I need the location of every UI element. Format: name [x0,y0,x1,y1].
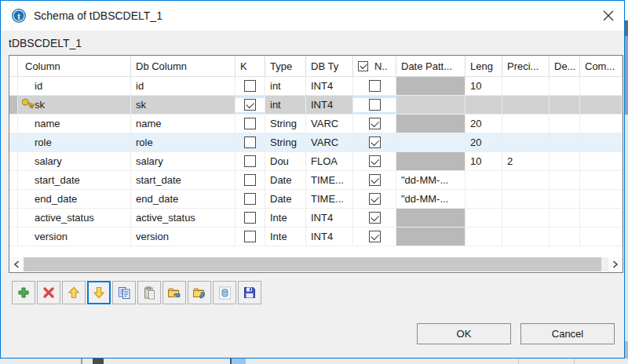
cell-type[interactable]: Inte [265,209,306,227]
move-down-button[interactable] [87,281,111,304]
nullable-checkbox[interactable] [369,174,381,186]
cell-db-type[interactable]: INT4 [306,228,353,246]
key-checkbox[interactable] [244,99,256,111]
cell-db-type[interactable]: VARC [306,115,353,133]
key-checkbox[interactable] [244,155,256,167]
cell-default[interactable] [550,209,580,227]
cell-length[interactable]: 20 [466,133,502,151]
cell-type[interactable]: int [265,96,306,114]
schema-row-active_status[interactable]: active_statusactive_statusInteINT4 [9,209,623,228]
cell-db-type[interactable]: INT4 [306,96,353,114]
cell-default[interactable] [550,228,580,246]
cell-db-column[interactable]: version [131,228,236,246]
paste-button[interactable] [137,281,161,304]
horizontal-scrollbar[interactable] [9,257,623,271]
schema-row-sk[interactable]: skskintINT4 [9,96,623,115]
cell-length[interactable] [466,171,502,189]
cell-db-type[interactable]: INT4 [306,209,353,227]
cell-precision[interactable] [502,77,550,95]
import-button[interactable] [162,281,186,304]
cell-db-column[interactable]: end_date [131,190,236,208]
cell-length[interactable]: 10 [466,152,502,170]
cell-db-column[interactable]: salary [131,152,236,170]
cell-type[interactable]: Date [265,171,306,189]
cell-db-type[interactable]: FLOA [306,152,353,170]
cell-length[interactable] [466,228,502,246]
add-column-button[interactable] [12,281,35,304]
cell-type[interactable]: String [265,115,306,133]
cell-length[interactable] [466,190,502,208]
schema-row-salary[interactable]: salarysalaryDouFLOA102 [9,152,623,171]
cell-type[interactable]: Dou [265,152,306,170]
reset-db-types-button[interactable] [213,281,236,304]
cell-comment[interactable] [580,209,623,227]
cell-precision[interactable]: 2 [502,152,550,170]
scroll-right-icon[interactable] [608,257,623,271]
key-checkbox[interactable] [244,193,256,205]
cell-db-column[interactable]: sk [131,96,236,114]
cell-precision[interactable] [502,228,550,246]
key-checkbox[interactable] [244,212,256,224]
cell-comment[interactable] [580,133,623,151]
nullable-checkbox[interactable] [369,118,381,129]
cell-comment[interactable] [580,190,623,208]
export-button[interactable] [188,281,211,304]
cell-type[interactable]: Date [265,190,306,208]
cell-precision[interactable] [502,171,550,189]
cell-date-pattern[interactable]: "dd-MM-... [396,190,466,208]
cell-precision[interactable] [502,115,550,133]
cell-precision[interactable] [502,133,550,151]
scrollbar-thumb[interactable] [24,257,601,271]
schema-row-name[interactable]: namenameStringVARC20 [9,115,623,133]
copy-button[interactable] [112,281,136,304]
cell-comment[interactable] [580,228,623,246]
nullable-checkbox[interactable] [369,80,381,92]
key-checkbox[interactable] [244,174,256,186]
cell-precision[interactable] [502,190,550,208]
cell-column[interactable]: active_status [18,209,131,227]
cell-default[interactable] [550,77,580,95]
cell-comment[interactable] [580,171,623,189]
nullable-checkbox[interactable] [369,193,381,205]
cell-length[interactable]: 20 [466,115,502,133]
cell-column[interactable]: salary [18,152,131,170]
save-button[interactable] [238,281,261,304]
cell-default[interactable] [550,171,580,189]
cell-default[interactable] [550,115,580,133]
cell-date-pattern[interactable] [396,96,466,114]
cell-db-column[interactable]: active_status [131,209,236,227]
key-checkbox[interactable] [244,231,256,242]
key-checkbox[interactable] [244,118,256,129]
cell-type[interactable]: int [265,77,306,95]
nullable-checkbox[interactable] [369,212,381,224]
cell-precision[interactable] [502,96,550,114]
nullable-checkbox[interactable] [369,155,381,167]
cell-default[interactable] [550,152,580,170]
move-up-button[interactable] [62,281,86,304]
cell-column[interactable]: end_date [18,190,131,208]
nullable-checkbox[interactable] [369,231,381,242]
close-icon[interactable] [602,9,615,22]
schema-row-id[interactable]: ididintINT410 [9,77,623,96]
cell-date-pattern[interactable]: "dd-MM-... [396,171,466,189]
cell-db-column[interactable]: id [131,77,236,95]
cell-column[interactable]: name [18,115,131,133]
schema-row-end_date[interactable]: end_dateend_dateDateTIME..."dd-MM-... [9,190,623,209]
cell-db-type[interactable]: TIME... [306,171,353,189]
cell-type[interactable]: Inte [265,228,306,246]
cell-column[interactable]: start_date [18,171,131,189]
remove-column-button[interactable] [37,281,60,304]
schema-row-start_date[interactable]: start_datestart_dateDateTIME..."dd-MM-..… [9,171,623,190]
cell-default[interactable] [550,190,580,208]
cell-comment[interactable] [580,115,623,133]
nullable-checkbox[interactable] [369,136,381,148]
cell-comment[interactable] [580,77,623,95]
cell-default[interactable] [550,96,580,114]
cell-db-type[interactable]: TIME... [306,190,353,208]
cell-column[interactable]: role [18,133,131,151]
scroll-left-icon[interactable] [9,257,24,271]
cell-length[interactable] [466,209,502,227]
cell-column[interactable]: sk [18,96,131,114]
cancel-button[interactable]: Cancel [520,323,615,344]
cell-column[interactable]: version [18,228,131,246]
